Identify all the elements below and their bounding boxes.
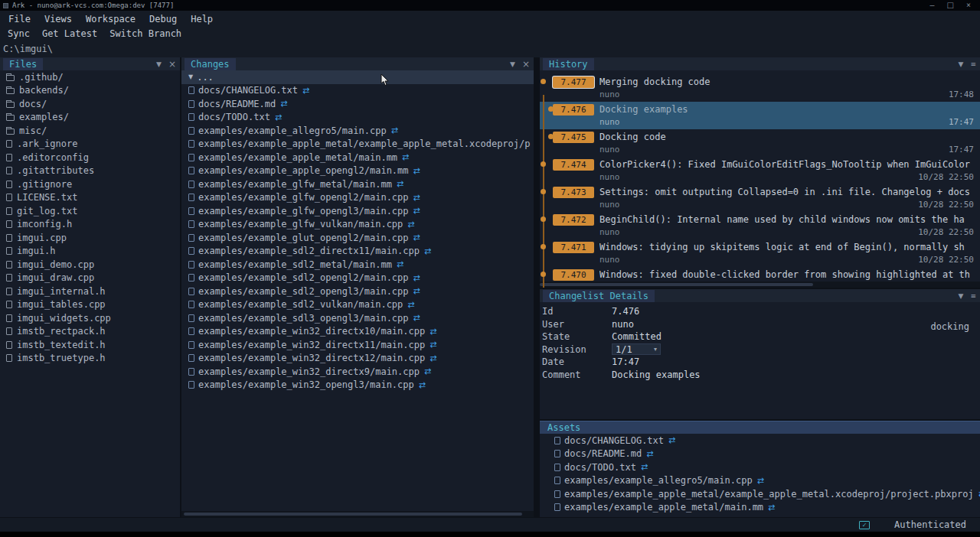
file-tree-item[interactable]: .gitattributes (0, 164, 180, 178)
changed-file-path: examples/example_win32_directx11/main.cp… (198, 340, 425, 350)
file-tree-item[interactable]: misc/ (0, 124, 180, 138)
file-tree-item[interactable]: imgui.cpp (0, 231, 180, 245)
changed-file-row[interactable]: examples/example_sdl2_vulkan/main.cpp ⇄ (181, 298, 534, 312)
changed-file-row[interactable]: examples/example_sdl2_directx11/main.cpp… (181, 245, 534, 259)
commit-row[interactable]: 7.477 Merging docking code nuno 17:48 (540, 74, 980, 102)
asset-file-row[interactable]: docs/CHANGELOG.txt ⇄ (540, 434, 980, 447)
menu-item[interactable]: Views (38, 12, 79, 26)
filter-icon[interactable]: ▼ (156, 60, 162, 68)
filter-icon[interactable]: ▼ (510, 60, 515, 68)
file-name: imgui_widgets.cpp (17, 313, 111, 324)
changed-file-row[interactable]: examples/example_allegro5/main.cpp ⇄ (181, 124, 534, 138)
commit-row[interactable]: 7.472 BeginChild(): Internal name used b… (540, 212, 980, 239)
commit-author: nuno (599, 172, 620, 182)
file-tree-item[interactable]: imgui.h (0, 245, 180, 259)
changes-root-row[interactable]: ▼ ... (181, 70, 534, 84)
field-value: Docking examples ▾ (612, 369, 701, 380)
changed-file-row[interactable]: examples/example_sdl2_opengl3/main.cpp ⇄ (181, 285, 534, 298)
commit-row[interactable]: 7.475 Docking code nuno 17:47 (540, 129, 980, 157)
changed-file-row[interactable]: examples/example_glfw_metal/main.mm ⇄ (181, 177, 534, 191)
file-tree-item[interactable]: docs/ (0, 97, 180, 111)
file-icon (188, 207, 194, 215)
changed-file-row[interactable]: examples/example_glut_opengl2/main.cpp ⇄ (181, 231, 534, 245)
file-tree-item[interactable]: examples/ (0, 111, 180, 125)
changed-file-row[interactable]: examples/example_apple_opengl2/main.mm ⇄ (181, 164, 534, 178)
toolbar-button[interactable]: Switch Branch (103, 26, 188, 41)
file-tree-item[interactable]: .ark_ignore (0, 138, 180, 151)
scrollbar-thumb[interactable] (540, 283, 813, 286)
assets-header[interactable]: Assets (540, 421, 980, 434)
menu-item[interactable]: Help (184, 12, 220, 26)
commit-row[interactable]: 7.473 Settings: omit outputing Collapsed… (540, 184, 980, 212)
minimize-icon[interactable]: – (929, 0, 934, 11)
commit-title: Merging docking code (599, 76, 710, 87)
close-icon[interactable]: × (966, 0, 971, 11)
file-tree-item[interactable]: imconfig.h (0, 218, 180, 232)
changed-file-row[interactable]: examples/example_glfw_opengl2/main.cpp ⇄ (181, 191, 534, 205)
changed-file-row[interactable]: examples/example_win32_directx12/main.cp… (181, 352, 534, 366)
commit-author: nuno (599, 200, 620, 210)
horizontal-scrollbar[interactable] (181, 511, 534, 517)
scrollbar-thumb[interactable] (184, 513, 522, 516)
file-icon (188, 247, 194, 255)
changed-file-row[interactable]: examples/example_sdl2_opengl2/main.cpp ⇄ (181, 272, 534, 285)
changed-file-row[interactable]: examples/example_sdl3_opengl3/main.cpp ⇄ (181, 311, 534, 325)
asset-file-row[interactable]: examples/example_apple_metal/main.mm ⇄ (540, 501, 980, 515)
file-tree-item[interactable]: .github/ (0, 70, 180, 84)
commit-row[interactable]: 7.471 Windows: tidying up skipitems logi… (540, 239, 980, 267)
horizontal-scrollbar[interactable] (540, 282, 980, 288)
changed-file-row[interactable]: examples/example_win32_directx10/main.cp… (181, 325, 534, 339)
asset-file-row[interactable]: docs/TODO.txt ⇄ (540, 461, 980, 474)
chevron-down-icon[interactable]: ▼ (188, 73, 193, 80)
changed-file-row[interactable]: docs/README.md ⇄ (181, 97, 534, 111)
changed-file-row[interactable]: examples/example_glfw_vulkan/main.cpp ⇄ (181, 218, 534, 232)
commit-row[interactable]: 7.474 ColorPicker4(): Fixed ImGuiColorEd… (540, 157, 980, 184)
menu-item[interactable]: File (2, 12, 38, 26)
file-tree-item[interactable]: imgui_widgets.cpp (0, 311, 180, 325)
file-tree-item[interactable]: imstb_truetype.h (0, 352, 180, 366)
field-label: Comment (542, 369, 612, 380)
file-tree-item[interactable]: git_log.txt (0, 204, 180, 218)
file-tree-item[interactable]: .editorconfig (0, 151, 180, 164)
file-tree-item[interactable]: imstb_rectpack.h (0, 325, 180, 339)
toolbar-button[interactable]: Sync (2, 26, 36, 41)
chevron-down-icon[interactable]: ▾ (654, 346, 657, 353)
asset-file-row[interactable]: examples/example_allegro5/main.cpp ⇄ (540, 474, 980, 488)
close-icon[interactable]: × (522, 59, 530, 70)
changed-file-row[interactable]: docs/CHANGELOG.txt ⇄ (181, 84, 534, 98)
menu-item[interactable]: Debug (142, 12, 184, 26)
file-tree-item[interactable]: imgui_tables.cpp (0, 298, 180, 312)
commit-author: nuno (599, 90, 620, 99)
asset-file-row[interactable]: docs/README.md ⇄ (540, 447, 980, 461)
changed-file-row[interactable]: examples/example_glfw_opengl3/main.cpp ⇄ (181, 204, 534, 218)
file-icon (188, 314, 194, 322)
maximize-icon[interactable]: □ (947, 0, 954, 11)
file-tree-item[interactable]: imgui_demo.cpp (0, 258, 180, 272)
commit-row[interactable]: 7.476 Docking examples nuno 17:47 (540, 102, 980, 129)
modified-status-icon: ⇄ (397, 179, 403, 189)
changed-file-row[interactable]: examples/example_win32_directx11/main.cp… (181, 338, 534, 352)
file-tree-item[interactable]: backends/ (0, 84, 180, 98)
file-tree-item[interactable]: LICENSE.txt (0, 191, 180, 205)
file-tree-item[interactable]: imgui_internal.h (0, 285, 180, 298)
changed-file-row[interactable]: examples/example_win32_directx9/main.cpp… (181, 365, 534, 379)
menu-icon[interactable]: ≡ (970, 60, 976, 68)
changed-file-row[interactable]: examples/example_apple_metal/main.mm ⇄ (181, 151, 534, 164)
menu-item[interactable]: Workspace (79, 12, 142, 26)
file-tree-item[interactable]: imstb_textedit.h (0, 338, 180, 352)
changed-file-row[interactable]: examples/example_win32_opengl3/main.cpp … (181, 379, 534, 392)
file-tree-item[interactable]: imgui_draw.cpp (0, 272, 180, 285)
changed-file-row[interactable]: examples/example_apple_metal/example_app… (181, 138, 534, 151)
modified-status-icon: ⇄ (280, 99, 287, 109)
asset-file-row[interactable]: examples/example_apple_metal/example_app… (540, 487, 980, 501)
item-icon (6, 354, 12, 362)
close-icon[interactable]: × (168, 59, 176, 70)
filter-icon[interactable]: ▼ (959, 292, 964, 300)
toolbar-button[interactable]: Get Latest (36, 26, 103, 41)
menu-icon[interactable]: ≡ (970, 292, 976, 300)
file-icon (188, 341, 194, 349)
file-tree-item[interactable]: .gitignore (0, 177, 180, 191)
changed-file-row[interactable]: docs/TODO.txt ⇄ (181, 111, 534, 125)
filter-icon[interactable]: ▼ (959, 60, 964, 68)
changed-file-row[interactable]: examples/example_sdl2_metal/main.mm ⇄ (181, 258, 534, 272)
